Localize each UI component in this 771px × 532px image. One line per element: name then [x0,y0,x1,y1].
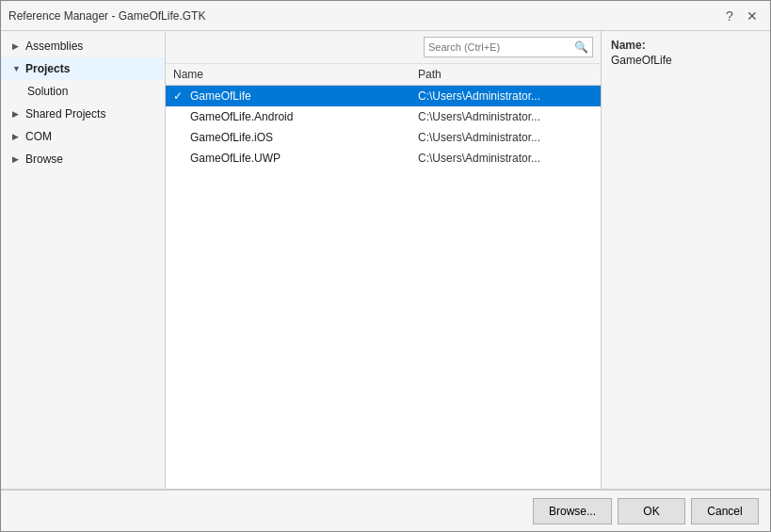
row-path: C:\Users\Administrator... [418,110,593,123]
help-button[interactable]: ? [719,6,740,26]
browse-button[interactable]: Browse... [533,498,612,524]
dialog-window: Reference Manager - GameOfLife.GTK ? ✕ ▶… [0,0,771,532]
table-body: ✓GameOfLifeC:\Users\Administrator...Game… [166,86,601,489]
footer: Browse... OK Cancel [1,490,770,531]
table-row[interactable]: GameOfLife.iOSC:\Users\Administrator... [166,127,601,148]
sidebar-item-browse[interactable]: ▶Browse [1,148,165,170]
sidebar-item-assemblies[interactable]: ▶Assemblies [1,35,165,57]
sidebar-arrow-browse: ▶ [12,154,22,164]
details-panel: Name: GameOfLife [601,31,770,489]
search-bar: 🔍 [166,31,601,64]
row-checkbox: ✓ [173,89,190,103]
table-row[interactable]: GameOfLife.AndroidC:\Users\Administrator… [166,106,601,127]
row-path: C:\Users\Administrator... [418,131,593,144]
row-path: C:\Users\Administrator... [418,89,593,103]
row-name: GameOfLife [190,89,418,103]
sidebar-label-shared-projects: Shared Projects [25,107,105,121]
row-name: GameOfLife.Android [190,110,418,123]
table-row[interactable]: ✓GameOfLifeC:\Users\Administrator... [166,86,601,106]
main-area: ▶Assemblies▼ProjectsSolution▶Shared Proj… [1,31,770,490]
sidebar-arrow-projects: ▼ [12,64,22,73]
sidebar-arrow-com: ▶ [12,132,22,141]
row-path: C:\Users\Administrator... [418,152,593,165]
search-wrap[interactable]: 🔍 [424,37,593,57]
close-button[interactable]: ✕ [742,6,763,26]
details-name-label: Name: [611,39,761,52]
table-row[interactable]: GameOfLife.UWPC:\Users\Administrator... [166,148,601,169]
sidebar-label-projects: Projects [25,62,70,75]
sidebar-label-solution: Solution [27,85,68,98]
sidebar: ▶Assemblies▼ProjectsSolution▶Shared Proj… [1,31,166,489]
table-header: Name Path [166,64,601,86]
sidebar-item-com[interactable]: ▶COM [1,125,165,148]
sidebar-label-assemblies: Assemblies [25,40,83,53]
details-name-value: GameOfLife [611,54,672,67]
window-controls: ? ✕ [719,6,763,26]
search-input[interactable] [428,41,574,53]
content-area: 🔍 Name Path ✓GameOfLifeC:\Users\Administ… [166,31,601,489]
sidebar-label-browse: Browse [25,153,63,166]
sidebar-label-com: COM [25,130,52,143]
cancel-button[interactable]: Cancel [691,498,759,524]
sidebar-arrow-shared-projects: ▶ [12,109,22,119]
row-name: GameOfLife.iOS [190,131,418,144]
sidebar-item-solution[interactable]: Solution [1,80,165,103]
sidebar-item-shared-projects[interactable]: ▶Shared Projects [1,103,165,125]
sidebar-arrow-assemblies: ▶ [12,41,22,51]
search-icon: 🔍 [574,40,588,54]
column-name-header: Name [173,68,418,81]
sidebar-item-projects[interactable]: ▼Projects [1,57,165,80]
row-name: GameOfLife.UWP [190,152,418,165]
title-bar: Reference Manager - GameOfLife.GTK ? ✕ [1,1,770,31]
ok-button[interactable]: OK [618,498,685,524]
column-path-header: Path [418,68,593,81]
window-title: Reference Manager - GameOfLife.GTK [8,9,205,23]
